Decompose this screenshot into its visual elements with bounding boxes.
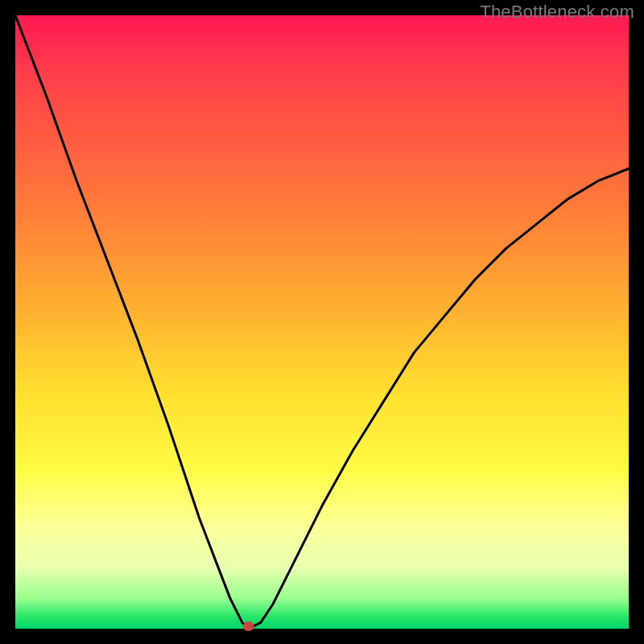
chart-area — [15, 15, 629, 629]
marker-dot — [243, 621, 254, 631]
chart-frame — [15, 15, 629, 629]
bottleneck-curve — [15, 15, 629, 629]
watermark-text: TheBottleneck.com — [480, 2, 634, 23]
chart-svg — [15, 15, 629, 629]
